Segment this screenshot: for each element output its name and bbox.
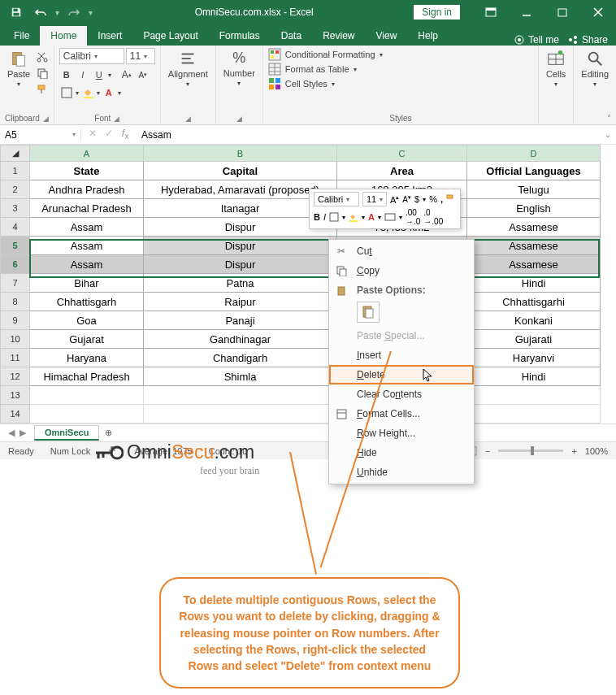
ctx-row-height[interactable]: Row Height... [329, 424, 474, 443]
signin-button[interactable]: Sign in [414, 5, 460, 20]
tab-insert[interactable]: Insert [87, 26, 132, 46]
undo-dropdown-icon[interactable]: ▾ [54, 8, 61, 17]
cell[interactable]: Haryana [30, 349, 144, 367]
tab-help[interactable]: Help [407, 26, 449, 46]
close-icon[interactable] [580, 0, 616, 24]
ctx-insert[interactable]: Insert [329, 345, 474, 365]
cell[interactable]: Chhattisgarh [30, 293, 144, 311]
alignment-launcher-icon[interactable]: ◢ [185, 115, 191, 123]
number-format-button[interactable]: % Number▾ [221, 48, 258, 89]
cell[interactable]: Konkani [467, 311, 601, 330]
tab-file[interactable]: File [3, 26, 40, 46]
cell[interactable]: Raipur [144, 293, 337, 311]
ctx-paste-option-keep[interactable] [357, 302, 380, 323]
ctx-cut[interactable]: ✂Cut [329, 241, 474, 261]
border-icon[interactable] [59, 85, 74, 100]
zoom-slider[interactable] [498, 450, 563, 452]
mini-comma-icon[interactable]: , [440, 194, 443, 204]
cell[interactable]: Area [337, 162, 467, 180]
mini-font-color-icon[interactable]: A [368, 212, 375, 222]
cell[interactable]: Gujarati [467, 330, 601, 349]
mini-percent-icon[interactable]: % [429, 194, 437, 204]
tellme-button[interactable]: Tell me [514, 34, 559, 46]
cell[interactable]: Assamese [467, 218, 601, 237]
font-name-combo[interactable]: Calibri▾ [59, 48, 124, 64]
cell[interactable]: Assamese [467, 237, 601, 255]
mini-italic-icon[interactable]: I [323, 212, 326, 222]
save-icon[interactable] [5, 2, 28, 23]
tab-formulas[interactable]: Formulas [209, 26, 271, 46]
mini-font-name[interactable]: Calibri▾ [314, 192, 359, 206]
expand-fbar-icon[interactable]: ⌄ [600, 130, 616, 139]
copy-icon[interactable] [37, 67, 48, 79]
decrease-font-icon[interactable]: A▾ [136, 67, 150, 82]
col-header-d[interactable]: D [467, 146, 601, 162]
cell[interactable]: Panaji [144, 311, 337, 330]
mini-increase-decimal-icon[interactable]: .0→.00 [423, 208, 443, 226]
row-header[interactable]: 12 [1, 367, 30, 386]
cell[interactable]: Hindi [467, 274, 601, 293]
cell[interactable]: Goa [30, 311, 144, 330]
sheet-tab[interactable]: OmniSecu [34, 425, 99, 441]
zoom-in-icon[interactable]: + [571, 446, 576, 456]
sheet-nav-prev-icon[interactable]: ◀ [8, 428, 15, 438]
tab-data[interactable]: Data [271, 26, 312, 46]
cell[interactable]: Dispur [144, 255, 337, 274]
cell[interactable]: Himachal Pradesh [30, 367, 144, 386]
cell[interactable]: English [467, 199, 601, 218]
editing-button[interactable]: Editing▾ [579, 48, 611, 89]
mini-format-painter-icon[interactable] [446, 194, 456, 204]
cell[interactable] [144, 405, 337, 424]
tab-home[interactable]: Home [40, 26, 87, 46]
share-button[interactable]: Share [567, 34, 608, 46]
fill-color-icon[interactable] [80, 85, 95, 100]
mini-font-size[interactable]: 11▾ [362, 192, 387, 206]
clipboard-launcher-icon[interactable]: ◢ [43, 115, 49, 123]
font-color-icon[interactable]: A [102, 85, 116, 100]
zoom-level[interactable]: 100% [585, 446, 608, 456]
format-as-table-button[interactable]: Format as Table ▾ [268, 63, 357, 76]
bold-icon[interactable]: B [59, 67, 74, 82]
cell[interactable]: Capital [144, 162, 337, 180]
mini-increase-font-icon[interactable]: A▴ [390, 194, 399, 205]
cell[interactable]: Assamese [467, 255, 601, 274]
enter-formula-icon[interactable]: ✓ [101, 128, 117, 141]
alignment-button[interactable]: Alignment▾ [166, 48, 210, 89]
cell[interactable] [30, 386, 144, 405]
row-header[interactable]: 6 [1, 255, 30, 274]
cell[interactable] [467, 386, 601, 405]
sheet-nav-next-icon[interactable]: ▶ [20, 428, 26, 438]
cells-button[interactable]: Cells▾ [544, 48, 568, 89]
new-sheet-icon[interactable]: ⊕ [99, 428, 117, 438]
zoom-out-icon[interactable]: − [485, 446, 490, 456]
row-header[interactable]: 9 [1, 311, 30, 330]
undo-icon[interactable] [29, 2, 52, 23]
mini-border-icon[interactable] [329, 212, 339, 222]
collapse-ribbon-icon[interactable]: ˄ [607, 114, 611, 123]
cell[interactable]: Chandigarh [144, 349, 337, 367]
italic-icon[interactable]: I [76, 67, 90, 82]
paste-button[interactable]: Paste▾ [5, 48, 33, 89]
cut-icon[interactable] [37, 51, 48, 63]
cell[interactable]: Hindi [467, 367, 601, 386]
row-header[interactable]: 11 [1, 349, 30, 367]
row-header[interactable]: 10 [1, 330, 30, 349]
row-header[interactable]: 8 [1, 293, 30, 311]
format-painter-icon[interactable] [37, 84, 48, 95]
ctx-paste-special[interactable]: Paste Special... [329, 326, 474, 345]
select-all-corner[interactable]: ◢ [1, 146, 30, 162]
cell[interactable]: Hyderabad, Amaravati (proposed) [144, 180, 337, 199]
cell[interactable]: Dispur [144, 218, 337, 237]
ctx-hide[interactable]: Hide [329, 443, 474, 463]
redo-icon[interactable] [63, 2, 85, 23]
cell[interactable] [467, 405, 601, 424]
cell[interactable]: State [30, 162, 144, 180]
cell[interactable]: Telugu [467, 180, 601, 199]
tab-page-layout[interactable]: Page Layout [132, 26, 208, 46]
cell[interactable]: Chhattisgarhi [467, 293, 601, 311]
col-header-b[interactable]: B [144, 146, 337, 162]
cancel-formula-icon[interactable]: ✕ [85, 128, 101, 141]
cell[interactable]: Gujarat [30, 330, 144, 349]
fx-icon[interactable]: fx [117, 128, 133, 141]
qat-customize-icon[interactable]: ▾ [87, 8, 94, 17]
